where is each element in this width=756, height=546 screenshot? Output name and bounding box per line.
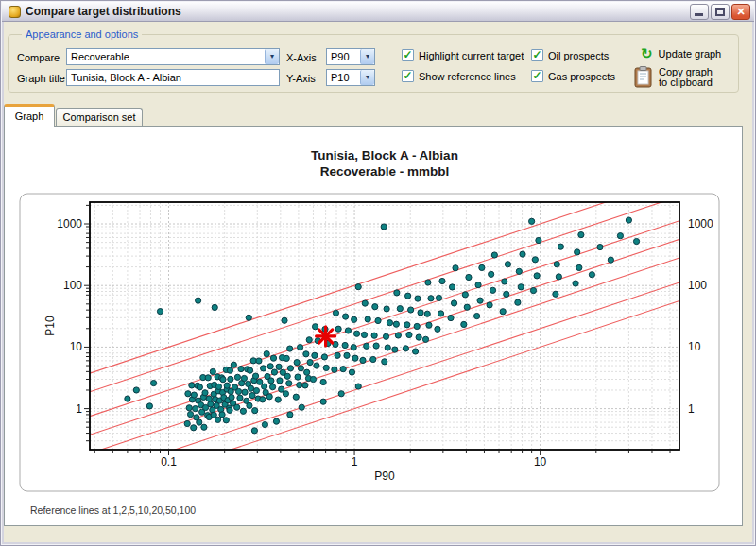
checkmark-icon: ✓ (532, 48, 541, 61)
checkbox-gas-prospects[interactable]: ✓ (531, 70, 543, 82)
chevron-down-icon[interactable]: ▾ (265, 49, 279, 64)
y-axis-value: P10 (327, 72, 360, 83)
x-axis-value: P90 (327, 51, 360, 62)
chart-title-line1: Tunisia, Block A - Albian (311, 148, 458, 162)
checkbox-label: Highlight current target (419, 50, 524, 61)
x-axis-title: P90 (374, 469, 395, 483)
checkmark-icon: ✓ (403, 69, 412, 82)
update-graph-button[interactable]: ↻ Update graph (641, 47, 721, 60)
checkbox-oil-prospects[interactable]: ✓ (531, 49, 543, 61)
graph-title-label: Graph title (17, 73, 65, 84)
checkbox-label: Oil prospects (548, 50, 609, 61)
close-button[interactable]: ✕ (731, 4, 750, 20)
data-points (125, 217, 640, 434)
x-axis-label: X-Axis (286, 52, 317, 63)
maximize-button[interactable] (711, 4, 730, 20)
x-tick-label: 10 (534, 455, 547, 469)
copy-graph-button[interactable]: Copy graph to clipboard (634, 66, 713, 88)
y-tick-label: 10 (70, 340, 83, 353)
checkmark-icon: ✓ (403, 48, 412, 61)
graph-title-input[interactable] (67, 70, 279, 85)
checkbox-label: Gas prospects (548, 71, 615, 82)
y-tick-label: 1 (76, 402, 82, 416)
y-tick-label: 100 (63, 279, 82, 292)
y-tick-label-right: 10 (688, 340, 701, 353)
x-axis-dropdown[interactable]: P90 ▾ (326, 48, 375, 65)
copy-graph-label: Copy graph to clipboard (659, 67, 713, 88)
y-tick-label-right: 1000 (688, 217, 713, 230)
window-title: Compare target distributions (26, 5, 181, 18)
compare-target-distributions-window: Compare target distributions ✕ Appearanc… (0, 0, 756, 546)
y-axis-label: Y-Axis (286, 73, 316, 84)
scatter-plot-canvas: Tunisia, Block A - AlbianRecoverable - m… (4, 126, 743, 526)
compare-value: Recoverable (67, 51, 265, 62)
refresh-icon: ↻ (641, 47, 653, 60)
y-tick-label-right: 100 (688, 279, 707, 292)
maximize-icon (715, 8, 725, 16)
compare-dropdown[interactable]: Recoverable ▾ (66, 48, 280, 65)
close-icon: ✕ (736, 6, 745, 17)
highlight-target-marker (317, 327, 335, 346)
grid-lines (90, 202, 679, 450)
title-bar: Compare target distributions ✕ (2, 2, 754, 22)
minimize-button[interactable] (690, 4, 709, 20)
checkmark-icon: ✓ (532, 69, 541, 82)
y-axis-dropdown[interactable]: P10 ▾ (326, 69, 375, 86)
group-label: Appearance and options (22, 28, 142, 40)
tab-comparison-set[interactable]: Comparison set (56, 108, 143, 126)
chart-title-line2: Recoverable - mmbbl (320, 164, 450, 179)
chevron-down-icon[interactable]: ▾ (360, 70, 374, 85)
checkbox-highlight-current-target[interactable]: ✓ (402, 49, 414, 61)
app-icon (9, 6, 21, 18)
minimize-icon (695, 13, 703, 16)
checkbox-label: Show reference lines (419, 71, 516, 82)
x-tick-label: 1 (352, 455, 358, 469)
compare-label: Compare (17, 52, 60, 63)
plot-border (90, 202, 679, 450)
reference-lines-note: Reference lines at 1,2,5,10,20,50,100 (30, 504, 196, 516)
chevron-down-icon[interactable]: ▾ (360, 49, 374, 64)
y-tick-label-right: 1 (688, 402, 695, 416)
y-tick-label: 1000 (57, 217, 82, 230)
checkbox-show-reference-lines[interactable]: ✓ (402, 70, 414, 82)
y-axis-title: P10 (43, 316, 57, 336)
x-tick-label: 0.1 (161, 455, 177, 469)
graph-title-field-wrap (66, 69, 280, 86)
clipboard-icon (634, 66, 653, 88)
tab-graph[interactable]: Graph (4, 104, 55, 127)
update-graph-label: Update graph (659, 48, 722, 60)
